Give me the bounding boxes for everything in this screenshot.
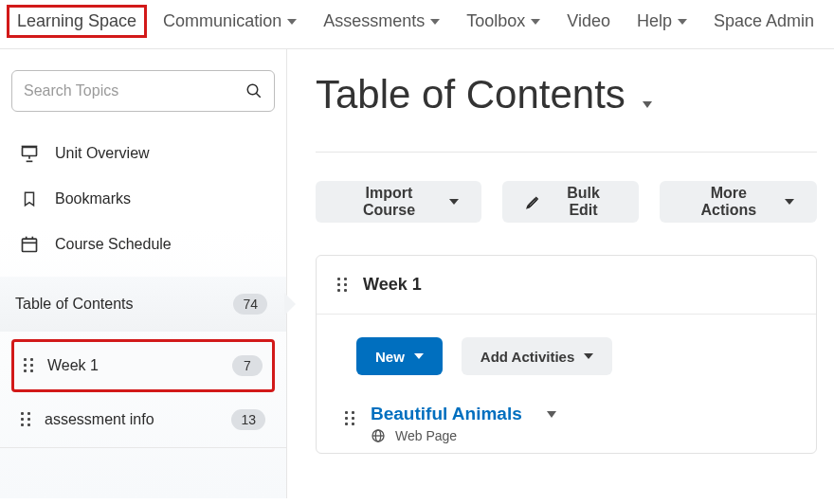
drag-handle-icon[interactable] — [21, 412, 31, 427]
bookmark-icon — [19, 189, 40, 208]
button-label: Import Course — [338, 185, 440, 219]
nav-video-label: Video — [567, 11, 610, 31]
nav-video[interactable]: Video — [567, 11, 610, 31]
pencil-icon — [525, 193, 542, 210]
nav-learning-space-label: Learning Space — [17, 11, 136, 31]
chevron-down-icon — [785, 199, 794, 205]
search-icon — [245, 82, 263, 99]
topic-link[interactable]: Beautiful Animals — [371, 404, 522, 424]
svg-rect-2 — [23, 147, 37, 155]
nav-help[interactable]: Help — [637, 11, 687, 31]
nav-assessments[interactable]: Assessments — [323, 11, 440, 31]
module-header: Week 1 — [317, 256, 816, 315]
drag-handle-icon[interactable] — [337, 278, 348, 293]
chevron-down-icon — [584, 353, 593, 359]
button-label: New — [375, 349, 405, 365]
sidebar-item-label: Unit Overview — [55, 145, 150, 162]
chevron-down-icon[interactable] — [643, 101, 652, 108]
button-label: Add Activities — [480, 349, 574, 365]
nav-toolbox[interactable]: Toolbox — [466, 11, 540, 31]
svg-line-1 — [256, 93, 261, 98]
chevron-down-icon — [414, 353, 424, 359]
nav-help-label: Help — [637, 11, 672, 31]
sidebar-module-label: assessment info — [45, 411, 154, 428]
sidebar-item-label: Course Schedule — [55, 236, 172, 253]
nav-space-admin[interactable]: Space Admin — [714, 11, 814, 31]
import-course-button[interactable]: Import Course — [316, 181, 481, 223]
topic-type: Web Page — [395, 428, 457, 443]
sidebar-toc-header[interactable]: Table of Contents 74 — [0, 277, 286, 332]
search-topics[interactable] — [11, 70, 275, 112]
drag-handle-icon[interactable] — [24, 358, 34, 373]
sidebar-module-assessment-info[interactable]: assessment info 13 — [11, 396, 275, 443]
sidebar-item-label: Bookmarks — [55, 190, 131, 207]
page-title: Table of Contents — [316, 72, 626, 117]
toolbar: Import Course Bulk Edit More Actions — [316, 181, 817, 223]
topic-subtitle: Web Page — [371, 428, 556, 443]
sidebar-module-label: Week 1 — [47, 357, 99, 374]
chevron-down-icon — [678, 19, 687, 25]
sidebar-module-week-1[interactable]: Week 1 7 — [11, 339, 275, 392]
chevron-down-icon — [531, 19, 540, 25]
nav-space-admin-label: Space Admin — [714, 11, 814, 31]
nav-toolbox-label: Toolbox — [466, 11, 525, 31]
toc-count-badge: 74 — [233, 294, 267, 315]
topic-row: Beautiful Animals Web Page — [317, 398, 816, 453]
module-title: Week 1 — [363, 275, 422, 295]
chevron-down-icon — [449, 199, 459, 205]
chevron-down-icon — [287, 19, 297, 25]
page-title-row: Table of Contents — [316, 72, 817, 153]
sidebar-primary-list: Unit Overview Bookmarks — [11, 131, 275, 267]
module-actions: New Add Activities — [317, 315, 816, 398]
nav-communication-label: Communication — [163, 11, 281, 31]
add-activities-button[interactable]: Add Activities — [462, 337, 612, 375]
button-label: Bulk Edit — [552, 185, 616, 219]
bulk-edit-button[interactable]: Bulk Edit — [502, 181, 639, 223]
search-input[interactable] — [24, 82, 245, 99]
svg-point-0 — [247, 84, 258, 95]
content-layout: Unit Overview Bookmarks — [0, 49, 834, 498]
sidebar-item-course-schedule[interactable]: Course Schedule — [11, 222, 275, 267]
new-button[interactable]: New — [356, 337, 443, 375]
main-content: Table of Contents Import Course Bulk Edi… — [287, 49, 834, 498]
module-count-badge: 7 — [232, 355, 263, 376]
sidebar-item-bookmarks[interactable]: Bookmarks — [11, 176, 275, 222]
nav-communication[interactable]: Communication — [163, 11, 297, 31]
chevron-down-icon — [430, 19, 440, 25]
presentation-icon — [19, 144, 40, 163]
sidebar-module-list: Week 1 7 assessment info 13 — [11, 339, 275, 448]
svg-rect-6 — [23, 239, 37, 251]
drag-handle-icon[interactable] — [345, 411, 355, 426]
more-actions-button[interactable]: More Actions — [660, 181, 818, 223]
module-count-badge: 13 — [231, 409, 265, 430]
toc-label: Table of Contents — [15, 296, 134, 313]
calendar-icon — [19, 235, 40, 254]
nav-assessments-label: Assessments — [323, 11, 425, 31]
globe-icon — [371, 428, 386, 443]
button-label: More Actions — [682, 185, 776, 219]
nav-learning-space[interactable]: Learning Space — [7, 5, 147, 38]
sidebar: Unit Overview Bookmarks — [0, 49, 287, 498]
topic-main: Beautiful Animals Web Page — [371, 404, 556, 443]
chevron-down-icon[interactable] — [547, 411, 556, 418]
sidebar-item-unit-overview[interactable]: Unit Overview — [11, 131, 275, 176]
top-nav: Learning Space Communication Assessments… — [0, 0, 834, 49]
module-card: Week 1 New Add Activities Beautiful Anim… — [316, 255, 817, 454]
divider — [0, 447, 286, 448]
